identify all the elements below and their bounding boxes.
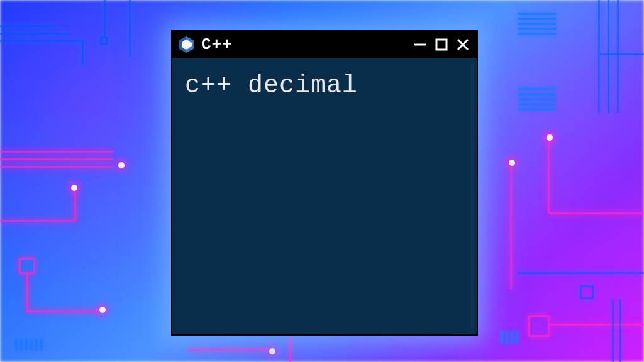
- maximize-button[interactable]: [434, 37, 449, 52]
- maximize-icon: [434, 37, 449, 52]
- window-title: C++: [201, 35, 406, 54]
- minimize-button[interactable]: [413, 37, 428, 52]
- terminal-text: c++ decimal: [185, 72, 464, 100]
- minimize-icon: [413, 37, 428, 52]
- terminal-window: + + C++ c++ decimal: [171, 30, 478, 336]
- svg-text:+: +: [191, 41, 193, 45]
- window-controls: [413, 37, 470, 52]
- cpp-logo-icon: + +: [177, 36, 195, 53]
- svg-rect-5: [436, 40, 447, 50]
- titlebar[interactable]: + + C++: [172, 31, 477, 58]
- close-icon: [455, 37, 470, 52]
- close-button[interactable]: [455, 37, 470, 52]
- svg-text:+: +: [189, 41, 191, 45]
- terminal-content[interactable]: c++ decimal: [172, 58, 477, 334]
